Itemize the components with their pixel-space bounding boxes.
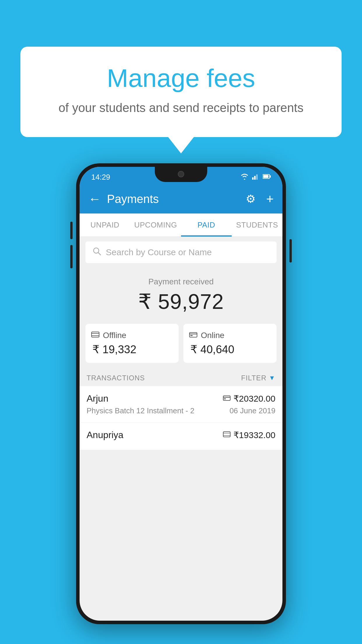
payment-received-amount: ₹ 59,972 — [80, 289, 282, 314]
phone-screen: 14:29 — [80, 167, 282, 621]
online-label: Online — [201, 331, 224, 340]
filter-button[interactable]: FILTER ▼ — [241, 374, 275, 382]
filter-icon: ▼ — [269, 374, 275, 382]
speech-bubble-pointer — [168, 137, 194, 153]
signal-icon — [252, 173, 259, 181]
svg-rect-8 — [92, 332, 99, 337]
svg-rect-1 — [254, 176, 256, 180]
svg-rect-2 — [256, 174, 258, 180]
payment-received-section: Payment received ₹ 59,972 — [80, 268, 282, 321]
online-amount: ₹ 40,640 — [189, 343, 271, 356]
card-icon — [189, 331, 197, 340]
online-payment-card: Online ₹ 40,640 — [183, 324, 277, 363]
battery-icon — [263, 174, 271, 180]
table-row[interactable]: Anupriya ₹19332.00 — [80, 423, 282, 450]
online-card-header: Online — [189, 331, 271, 340]
search-placeholder: Search by Course or Name — [106, 247, 212, 257]
svg-rect-14 — [223, 396, 230, 400]
header-title: Payments — [107, 192, 240, 206]
phone-frame: 14:29 — [76, 163, 286, 624]
speech-bubble-title: Manage fees — [44, 64, 318, 92]
status-icons — [240, 173, 271, 181]
search-bar[interactable]: Search by Course or Name — [85, 242, 277, 263]
transaction-date: 06 June 2019 — [229, 406, 275, 415]
tab-upcoming[interactable]: UPCOMING — [130, 214, 181, 237]
svg-line-7 — [98, 253, 101, 255]
tab-students[interactable]: STUDENTS — [232, 214, 282, 237]
svg-rect-11 — [189, 332, 197, 337]
transaction-list: Arjun ₹20320.00 Physics Batch 1 — [80, 386, 282, 450]
add-button[interactable]: + — [266, 192, 274, 206]
offline-amount: ₹ 19,332 — [91, 343, 173, 356]
speech-bubble: Manage fees of your students and send re… — [20, 47, 342, 137]
transaction-cash-icon — [223, 430, 231, 440]
transaction-name: Anupriya — [87, 430, 123, 440]
svg-rect-0 — [252, 177, 254, 180]
svg-rect-4 — [270, 175, 271, 178]
volume-up-button — [70, 222, 73, 239]
back-button[interactable]: ← — [88, 192, 101, 205]
offline-payment-card: Offline ₹ 19,332 — [85, 324, 179, 363]
tab-unpaid[interactable]: UNPAID — [80, 214, 130, 237]
cash-icon — [91, 331, 99, 340]
volume-down-button — [70, 245, 73, 268]
settings-button[interactable]: ⚙ — [246, 192, 256, 205]
tabs-bar: UNPAID UPCOMING PAID STUDENTS — [80, 214, 282, 237]
transaction-row-bottom: Physics Batch 12 Installment - 2 06 June… — [87, 406, 275, 415]
transactions-label: TRANSACTIONS — [87, 374, 145, 382]
phone-notch — [155, 167, 207, 182]
offline-label: Offline — [103, 331, 126, 340]
speech-bubble-wrapper: Manage fees of your students and send re… — [20, 47, 342, 153]
transaction-name: Arjun — [87, 393, 108, 404]
status-time: 14:29 — [91, 173, 110, 182]
table-row[interactable]: Arjun ₹20320.00 Physics Batch 1 — [80, 386, 282, 423]
transaction-row-top: Arjun ₹20320.00 — [87, 393, 275, 404]
power-button — [289, 239, 292, 262]
transaction-amount: ₹20320.00 — [233, 393, 275, 404]
svg-rect-13 — [190, 335, 193, 336]
transaction-desc: Physics Batch 12 Installment - 2 — [87, 406, 194, 415]
payment-received-label: Payment received — [80, 277, 282, 286]
svg-rect-5 — [263, 175, 268, 178]
svg-rect-16 — [224, 398, 226, 399]
transaction-amount-wrap: ₹19332.00 — [223, 430, 275, 440]
phone-camera — [178, 171, 184, 177]
offline-card-header: Offline — [91, 331, 173, 340]
transaction-amount: ₹19332.00 — [233, 430, 275, 440]
transaction-row-top: Anupriya ₹19332.00 — [87, 430, 275, 440]
search-icon — [92, 247, 101, 258]
app-header: ← Payments ⚙ + — [80, 184, 282, 214]
wifi-icon — [240, 173, 249, 181]
svg-rect-17 — [223, 432, 230, 437]
transaction-amount-wrap: ₹20320.00 — [223, 393, 275, 404]
transactions-header: TRANSACTIONS FILTER ▼ — [80, 369, 282, 386]
filter-label: FILTER — [241, 374, 266, 382]
payment-cards-row: Offline ₹ 19,332 Online ₹ 40,640 — [80, 321, 282, 369]
transaction-card-icon — [223, 394, 231, 403]
tab-paid[interactable]: PAID — [181, 214, 232, 237]
speech-bubble-subtitle: of your students and send receipts to pa… — [44, 99, 318, 117]
